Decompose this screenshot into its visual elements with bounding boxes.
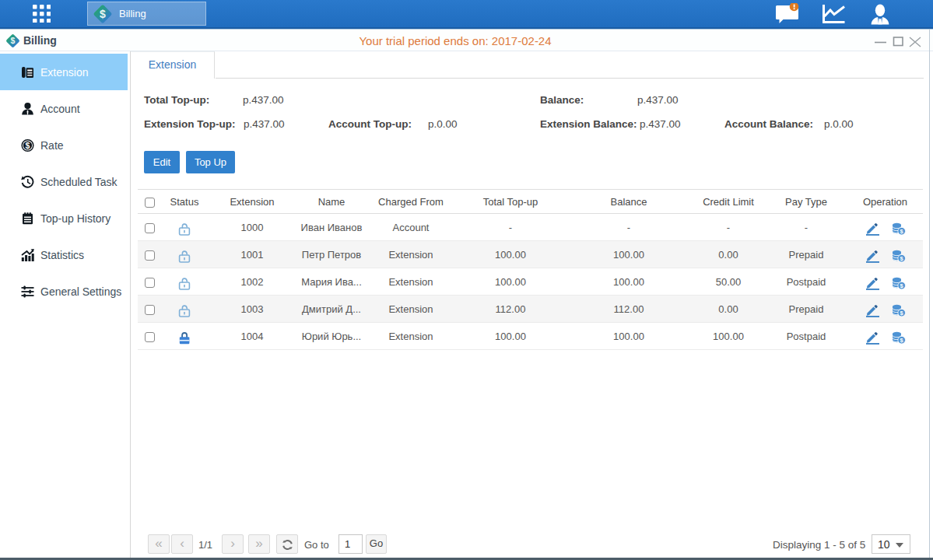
svg-text:$: $ (26, 140, 30, 149)
svg-text:$: $ (100, 8, 106, 20)
